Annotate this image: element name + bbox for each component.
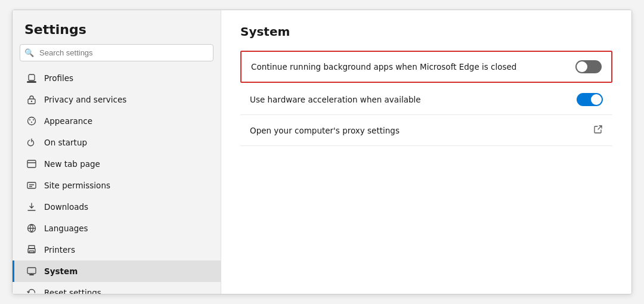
sidebar-item-profiles[interactable]: Profiles — [13, 67, 221, 89]
sidebar-item-newtab[interactable]: New tab page — [13, 153, 221, 175]
sidebar-title: Settings — [13, 17, 221, 44]
sidebar-item-reset[interactable]: Reset settings — [13, 282, 221, 294]
sidebar-label-startup: On startup — [44, 138, 87, 147]
sidebar-label-printers: Printers — [44, 245, 75, 255]
svg-rect-19 — [27, 268, 36, 274]
download-icon — [26, 201, 37, 212]
sidebar-label-permissions: Site permissions — [44, 181, 110, 190]
sidebar-item-privacy[interactable]: Privacy and services — [13, 89, 221, 110]
sidebar-item-printers[interactable]: Printers — [13, 239, 221, 260]
sidebar-item-downloads[interactable]: Downloads — [13, 196, 221, 218]
reset-icon — [26, 287, 37, 294]
main-content: System Continue running background apps … — [221, 10, 631, 294]
external-link-icon[interactable] — [593, 125, 603, 137]
setting-label-hardware-acceleration: Use hardware acceleration when available — [250, 95, 421, 104]
toggle-hardware-acceleration[interactable] — [577, 93, 603, 106]
page-title: System — [240, 24, 612, 39]
power-icon — [26, 137, 37, 148]
languages-icon — [26, 223, 37, 234]
sidebar-label-languages: Languages — [44, 224, 88, 233]
setting-label-proxy-settings: Open your computer's proxy settings — [250, 126, 400, 135]
svg-point-3 — [31, 101, 32, 102]
setting-label-background-apps: Continue running background apps when Mi… — [251, 62, 516, 72]
person-icon — [26, 73, 37, 83]
svg-point-7 — [31, 122, 32, 123]
search-icon: 🔍 — [24, 48, 34, 57]
sidebar-label-profiles: Profiles — [44, 73, 73, 83]
lock-icon — [26, 94, 37, 105]
search-input[interactable] — [20, 44, 213, 61]
toggle-background-apps[interactable] — [575, 60, 602, 73]
sidebar-item-system[interactable]: System — [13, 260, 221, 282]
setting-row-proxy-settings: Open your computer's proxy settings — [240, 115, 612, 146]
permissions-icon — [26, 180, 37, 191]
system-icon — [26, 266, 37, 277]
newtab-icon — [26, 159, 37, 169]
svg-point-5 — [29, 119, 30, 120]
search-box: 🔍 — [20, 44, 213, 61]
printer-icon — [26, 244, 37, 255]
svg-rect-18 — [29, 251, 34, 253]
sidebar-label-appearance: Appearance — [44, 116, 92, 126]
sidebar-label-privacy: Privacy and services — [44, 95, 126, 104]
sidebar-label-newtab: New tab page — [44, 159, 100, 169]
sidebar-item-permissions[interactable]: Site permissions — [13, 175, 221, 196]
setting-row-hardware-acceleration: Use hardware acceleration when available — [240, 84, 612, 115]
svg-rect-0 — [29, 75, 35, 80]
svg-rect-10 — [27, 182, 36, 188]
sidebar: Settings 🔍 Profiles Privacy and services… — [13, 10, 221, 294]
svg-point-4 — [28, 117, 36, 125]
sidebar-item-startup[interactable]: On startup — [13, 132, 221, 153]
sidebar-label-downloads: Downloads — [44, 202, 88, 212]
svg-point-6 — [33, 119, 34, 120]
svg-rect-1 — [27, 81, 36, 83]
sidebar-label-system: System — [44, 266, 78, 276]
svg-rect-16 — [29, 246, 35, 249]
palette-icon — [26, 116, 37, 126]
svg-rect-8 — [27, 160, 36, 167]
sidebar-item-languages[interactable]: Languages — [13, 218, 221, 239]
sidebar-item-appearance[interactable]: Appearance — [13, 110, 221, 132]
sidebar-label-reset: Reset settings — [44, 288, 101, 294]
setting-row-background-apps: Continue running background apps when Mi… — [240, 51, 612, 83]
